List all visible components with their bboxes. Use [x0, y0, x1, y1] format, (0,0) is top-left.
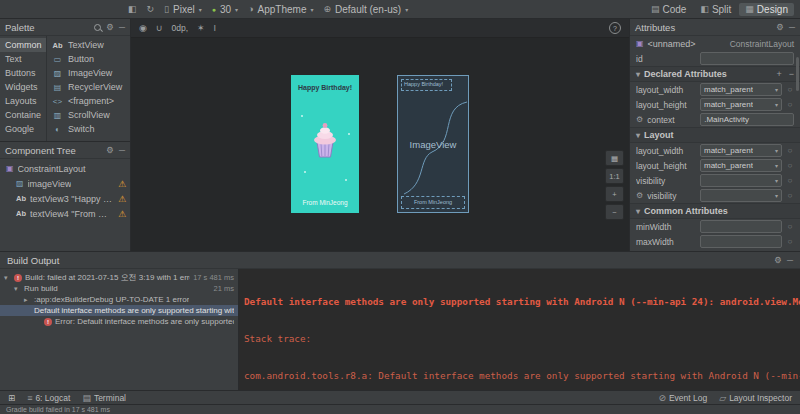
design-preview[interactable]: Happy Birthday! From: [291, 75, 359, 213]
theme-selector[interactable]: ◑ AppTheme ▾: [248, 4, 313, 15]
tree-item-constraintlayout[interactable]: ▣ ConstraintLayout: [0, 161, 130, 176]
textview-icon: Ab: [16, 194, 26, 203]
tool-windows-toggle[interactable]: ⊞: [8, 393, 15, 403]
tab-logcat[interactable]: ≡ 6: Logcat: [27, 393, 70, 403]
build-tree-row-failed[interactable]: ▾ ! Build: failed at 2021-07-15 오전 3:19 …: [0, 272, 238, 283]
tab-layout-inspector[interactable]: ▱ Layout Inspector: [719, 393, 792, 403]
palette-category-containers[interactable]: Containe: [0, 108, 46, 122]
tab-design[interactable]: ▦ Design: [739, 3, 794, 16]
pick-resource-icon[interactable]: ○: [786, 161, 794, 170]
layout-width-select[interactable]: match_parent ▾: [700, 144, 782, 157]
visibility-select[interactable]: ▾: [700, 174, 782, 187]
gear-icon[interactable]: ⚙: [106, 145, 114, 155]
infer-constraints-icon[interactable]: ✶: [197, 23, 205, 33]
zoom-in-button[interactable]: +: [605, 186, 624, 202]
pick-resource-icon[interactable]: ○: [786, 100, 794, 109]
orientation-icon[interactable]: ↻: [147, 4, 155, 14]
blueprint-textview3[interactable]: Happy Birthday!: [401, 79, 452, 91]
magnet-icon[interactable]: ∪: [156, 23, 163, 33]
maxwidth-input[interactable]: [700, 235, 782, 248]
help-icon[interactable]: ?: [609, 22, 621, 34]
layout-width-select[interactable]: match_parent ▾: [700, 83, 782, 96]
attributes-scrollbar[interactable]: [796, 57, 799, 91]
layout-section[interactable]: ▾ Layout: [630, 127, 800, 143]
palette-item-fragment[interactable]: <> <fragment>: [47, 94, 130, 108]
declared-attributes-section[interactable]: ▾ Declared Attributes + −: [630, 66, 800, 82]
id-input[interactable]: [700, 52, 794, 65]
pick-resource-icon[interactable]: ○: [786, 237, 794, 246]
minwidth-input[interactable]: [700, 220, 782, 233]
layout-height-select[interactable]: match_parent ▾: [700, 159, 782, 172]
pick-resource-icon[interactable]: ○: [786, 146, 794, 155]
pick-resource-icon[interactable]: ○: [786, 85, 794, 94]
sparkle-dot: [301, 115, 303, 117]
warning-icon: ⚠: [118, 209, 126, 219]
zoom-to-fit-button[interactable]: ▦: [605, 150, 624, 166]
palette-item-textview[interactable]: Ab TextView: [47, 38, 130, 52]
device-selector[interactable]: ▯ Pixel ▾: [164, 4, 202, 15]
gear-icon[interactable]: ⚙: [106, 22, 114, 32]
palette-item-imageview[interactable]: ▨ ImageView: [47, 66, 130, 80]
build-tree-row-error-selected[interactable]: Default interface methods are only suppo…: [0, 305, 238, 316]
palette-category-text[interactable]: Text: [0, 52, 46, 66]
guideline-icon[interactable]: I: [214, 23, 217, 33]
palette-item-scrollview[interactable]: ▥ ScrollView: [47, 108, 130, 122]
selected-component-row[interactable]: ▣ <unnamed> ConstraintLayout: [630, 36, 800, 51]
tab-code[interactable]: ▤ Code: [645, 3, 692, 16]
device-label: Pixel: [173, 4, 195, 15]
minimize-icon[interactable]: ─: [787, 255, 793, 265]
zoom-out-button[interactable]: −: [605, 204, 624, 220]
palette-category-widgets[interactable]: Widgets: [0, 80, 46, 94]
common-attributes-section[interactable]: ▾ Common Attributes: [630, 203, 800, 219]
tools-visibility-select[interactable]: ▾: [700, 189, 782, 202]
blueprint-textview4[interactable]: From MinJeong: [401, 196, 465, 209]
palette-item-button[interactable]: ▭ Button: [47, 52, 130, 66]
palette-category-buttons[interactable]: Buttons: [0, 66, 46, 80]
attributes-header-icons: ⚙ ─: [776, 22, 795, 32]
build-console[interactable]: Default interface methods are only suppo…: [239, 269, 800, 390]
tab-split[interactable]: ◧ Split: [694, 3, 737, 16]
view-options-icon[interactable]: ◉: [139, 23, 147, 33]
minimize-icon[interactable]: ─: [789, 22, 795, 32]
minimize-icon[interactable]: ─: [119, 145, 125, 155]
minimize-icon[interactable]: ─: [119, 22, 125, 32]
palette-item-recyclerview[interactable]: ▤ RecyclerView: [47, 80, 130, 94]
tab-terminal[interactable]: ▤ Terminal: [82, 393, 126, 403]
palette-category-common[interactable]: Common: [0, 38, 46, 52]
pick-resource-icon[interactable]: ○: [786, 222, 794, 231]
remove-attribute-button[interactable]: −: [789, 69, 794, 79]
tab-event-log[interactable]: ⊘ Event Log: [658, 393, 707, 403]
pick-resource-icon[interactable]: ○: [786, 176, 794, 185]
blueprint-imageview-label[interactable]: ImageView: [398, 139, 468, 150]
tab-split-label: Split: [712, 4, 731, 15]
palette-item-switch[interactable]: ◐ Switch: [47, 122, 130, 136]
design-surface-icon[interactable]: ◧: [128, 4, 137, 14]
search-icon[interactable]: [94, 24, 101, 31]
api-selector[interactable]: ● 30 ▾: [212, 4, 238, 15]
palette-category-google[interactable]: Google: [0, 122, 46, 136]
build-tree-row-task[interactable]: ▸ :app:dexBuilderDebug UP-TO-DATE 1 erro…: [0, 294, 238, 305]
gear-icon[interactable]: ⚙: [776, 22, 784, 32]
context-input[interactable]: .MainActivity: [700, 113, 794, 126]
add-attribute-button[interactable]: +: [776, 69, 781, 79]
gear-icon[interactable]: ⚙: [774, 255, 782, 265]
tree-item-imageview[interactable]: ▨ imageView ⚠: [0, 176, 130, 191]
component-tree-body: ▣ ConstraintLayout ▨ imageView ⚠ Ab text…: [0, 159, 130, 251]
pick-resource-icon[interactable]: ○: [786, 191, 794, 200]
default-margins-button[interactable]: 0dp,: [171, 23, 188, 33]
build-tree-row-run-build[interactable]: ▾ Run build 21 ms: [0, 283, 238, 294]
blueprint-preview[interactable]: Happy Birthday! ImageView From MinJeong: [397, 75, 469, 213]
tree-item-textview4[interactable]: Ab textView4 "From MinJeong" ⚠: [0, 206, 130, 221]
zoom-actual-button[interactable]: 1:1: [605, 168, 624, 184]
tree-item-textview3[interactable]: Ab textView3 "Happy Birthday!" ⚠: [0, 191, 130, 206]
design-surface[interactable]: Happy Birthday! From: [131, 38, 629, 251]
locale-selector[interactable]: ⊕ Default (en-us) ▾: [323, 4, 408, 15]
build-tree-row-error-detail[interactable]: ! Error: Default interface methods are o…: [0, 316, 238, 327]
component-tree-header-icons: ⚙ ─: [106, 145, 125, 155]
layout-height-select[interactable]: match_parent ▾: [700, 98, 782, 111]
input-value: .MainActivity: [704, 115, 749, 124]
status-message[interactable]: Gradle build failed in 17 s 481 ms: [6, 406, 110, 413]
build-row-text: Run build: [24, 284, 58, 293]
palette-item-label: RecyclerView: [68, 82, 122, 92]
palette-category-layouts[interactable]: Layouts: [0, 94, 46, 108]
